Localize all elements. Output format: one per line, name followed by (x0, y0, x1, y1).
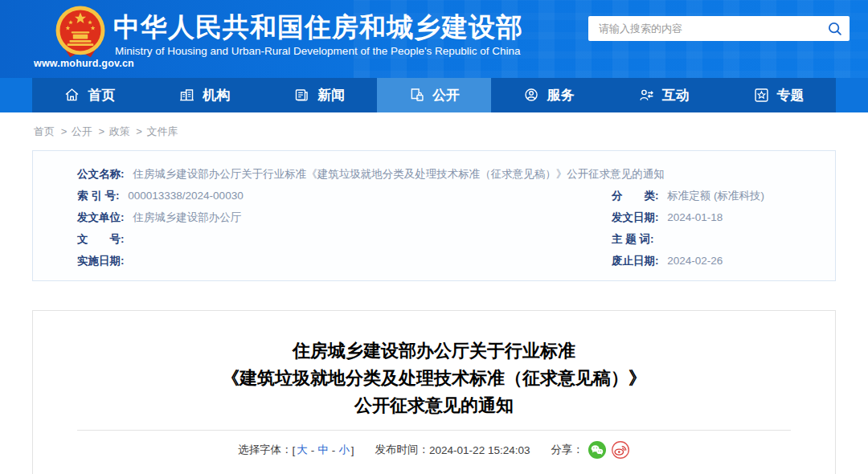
breadcrumb-home[interactable]: 首页 (34, 125, 55, 137)
nav-item-organization[interactable]: 机构 (147, 78, 262, 112)
meta-label-subject-words: 主 题 词: (612, 233, 654, 245)
search-icon (827, 21, 843, 37)
nav-item-home[interactable]: 首页 (32, 78, 147, 112)
meta-value-doc-name: 住房城乡建设部办公厅关于行业标准《建筑垃圾就地分类及处理技术标准（征求意见稿）》… (133, 168, 665, 180)
meta-label-repeal-date: 废止日期: (612, 255, 659, 267)
news-icon (293, 87, 310, 104)
nav-label: 首页 (88, 86, 115, 104)
topics-icon (753, 87, 770, 104)
meta-label-index-number: 索 引 号: (77, 190, 120, 202)
service-icon (523, 87, 540, 104)
interaction-icon (638, 87, 655, 104)
nav-item-topics[interactable]: 专题 (721, 78, 836, 112)
meta-value-issue-date: 2024-01-18 (667, 211, 723, 223)
font-size-small-link[interactable]: 小 (338, 443, 350, 457)
publish-time-group: 发布时间： 2024-01-22 15:24:03 (375, 443, 530, 457)
meta-label-issue-date: 发文日期: (612, 211, 659, 223)
meta-label-doc-name: 公文名称: (77, 168, 125, 180)
search-button[interactable] (821, 16, 850, 41)
article-title-line1: 住房城乡建设部办公厅关于行业标准 (33, 337, 835, 365)
meta-label-issuing-unit: 发文单位: (77, 211, 125, 223)
meta-label-implementation-date: 实施日期: (77, 255, 125, 267)
nav-label: 机构 (203, 86, 230, 104)
meta-value-issuing-unit: 住房城乡建设部办公厅 (133, 211, 241, 223)
site-title-chinese: 中华人民共和国住房和城乡建设部 (113, 10, 523, 46)
nav-item-disclosure[interactable]: 公开 (377, 78, 492, 112)
nav-item-service[interactable]: 服务 (491, 78, 606, 112)
search-box (588, 16, 850, 41)
weibo-share-icon[interactable] (611, 440, 630, 460)
nav-label: 互动 (662, 86, 690, 104)
breadcrumb-separator: > (136, 125, 142, 137)
article-title-line3: 公开征求意见的通知 (33, 392, 835, 419)
meta-row-document-name: 公文名称: 住房城乡建设部办公厅关于行业标准《建筑垃圾就地分类及处理技术标准（征… (77, 163, 835, 185)
site-title-english: Ministry of Housing and Urban-Rural Deve… (115, 45, 521, 57)
home-icon (63, 87, 80, 104)
nav-label: 新闻 (317, 86, 345, 104)
article-title: 住房城乡建设部办公厅关于行业标准 《建筑垃圾就地分类及处理技术标准（征求意见稿）… (33, 337, 835, 419)
meta-value-index-number: 000013338/2024-00030 (128, 190, 243, 202)
disclosure-icon (408, 87, 425, 104)
font-size-label: 选择字体： (238, 443, 293, 457)
meta-row: 文 号: 主 题 词: (77, 228, 835, 250)
title-divider (77, 430, 791, 431)
nav-item-interaction[interactable]: 互动 (606, 78, 721, 112)
nav-label: 公开 (432, 86, 460, 104)
meta-label-doc-number: 文 号: (77, 233, 125, 245)
bracket-close: ] (351, 444, 354, 456)
publish-time-value: 2024-01-22 15:24:03 (429, 444, 530, 456)
article-content-box: 住房城乡建设部办公厅关于行业标准 《建筑垃圾就地分类及处理技术标准（征求意见稿）… (32, 310, 836, 474)
meta-value-classification: 标准定额 (标准科技) (667, 190, 764, 202)
site-url: www.mohurd.gov.cn (34, 58, 130, 69)
share-group: 分享： (551, 440, 630, 460)
nav-item-news[interactable]: 新闻 (262, 78, 377, 112)
font-size-medium-link[interactable]: 中 (317, 443, 329, 457)
meta-label-classification: 分 类: (612, 190, 659, 202)
share-label: 分享： (551, 443, 583, 457)
main-navigation: 首页 机构 新闻 公开 (32, 78, 836, 112)
wechat-share-icon[interactable] (588, 440, 607, 460)
document-metadata-box: 公文名称: 住房城乡建设部办公厅关于行业标准《建筑垃圾就地分类及处理技术标准（征… (32, 150, 836, 281)
breadcrumb: 首页 > 公开 > 政策 > 文件库 (32, 112, 836, 139)
breadcrumb-disclosure[interactable]: 公开 (72, 125, 92, 137)
dash-separator: - (332, 444, 336, 456)
font-size-selector: 选择字体： [ 大 - 中 - 小 ] (238, 443, 354, 457)
breadcrumb-document-library[interactable]: 文件库 (147, 125, 178, 137)
meta-row: 索 引 号: 000013338/2024-00030 分 类: 标准定额 (标… (77, 185, 835, 206)
font-size-large-link[interactable]: 大 (297, 443, 308, 457)
meta-value-repeal-date: 2024-02-26 (667, 255, 723, 267)
breadcrumb-policy[interactable]: 政策 (109, 125, 130, 137)
publish-time-label: 发布时间： (375, 443, 430, 457)
bracket-open: [ (293, 444, 296, 456)
organization-icon (178, 87, 195, 104)
nav-strip: 首页 机构 新闻 公开 (0, 78, 868, 112)
article-toolbar: 选择字体： [ 大 - 中 - 小 ] 发布时间： 2024-01-22 15:… (33, 440, 835, 460)
meta-row: 实施日期: 废止日期: 2024-02-26 (77, 250, 835, 272)
article-title-line2: 《建筑垃圾就地分类及处理技术标准（征求意见稿）》 (33, 365, 835, 392)
dash-separator: - (311, 444, 315, 456)
breadcrumb-separator: > (98, 125, 104, 137)
national-emblem-logo[interactable] (51, 5, 110, 59)
search-input[interactable] (588, 22, 821, 35)
meta-row: 发文单位: 住房城乡建设部办公厅 发文日期: 2024-01-18 (77, 206, 835, 228)
nav-label: 专题 (777, 86, 805, 104)
breadcrumb-separator: > (61, 125, 68, 137)
nav-label: 服务 (547, 86, 575, 104)
site-header: www.mohurd.gov.cn 中华人民共和国住房和城乡建设部 Minist… (0, 0, 868, 78)
